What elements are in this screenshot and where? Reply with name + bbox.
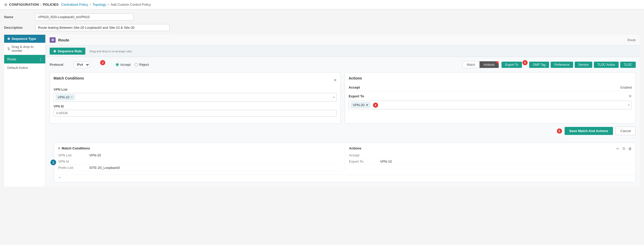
- breadcrumb-centralized-policy[interactable]: Centralized Policy: [61, 3, 88, 6]
- vpn-list-label: VPN List: [54, 88, 337, 91]
- topbar: ⚙ CONFIGURATION | POLICIES Centralized P…: [0, 0, 644, 9]
- seq-item-header: ≡ Match Conditions VPN List: VPN-20 VPN …: [54, 143, 635, 175]
- sequence-type-button[interactable]: ⊕ Sequence Type: [4, 35, 45, 43]
- delete-icon-button[interactable]: 🗑: [628, 146, 632, 151]
- route-sidebar-item[interactable]: Route ⋮: [4, 55, 45, 63]
- seq-export-to-label: Export To:: [349, 160, 380, 163]
- collapse-chevron[interactable]: ⌃: [58, 176, 61, 181]
- description-input[interactable]: [35, 24, 170, 31]
- cancel-button[interactable]: Cancel: [616, 127, 636, 135]
- omp-tag-button[interactable]: OMP Tag: [529, 62, 549, 68]
- rule-editor: Protocol IPv4 IPv6 2 Accept: [46, 57, 640, 186]
- seq-item-footer: ⌃: [54, 175, 635, 182]
- policies-label: POLICIES: [43, 3, 59, 6]
- seq-match-title: ≡ Match Conditions: [58, 146, 341, 150]
- save-match-actions-button[interactable]: Save Match And Actions: [565, 127, 613, 135]
- name-label: Name: [4, 15, 35, 19]
- actions-tab-label: Actions: [484, 63, 495, 67]
- sidebar: ⊕ Sequence Type ⇅ Drag & drop to reorder…: [4, 35, 46, 186]
- route-right-label: Route: [627, 38, 636, 42]
- badge-3: 3: [522, 60, 528, 65]
- vpn-id-input[interactable]: [54, 110, 337, 117]
- route-label: Route: [7, 57, 16, 61]
- match-conditions-panel: Match Conditions ✕ VPN List VPN-10: [50, 72, 341, 124]
- export-to-close-button[interactable]: ✕: [628, 94, 632, 99]
- service-button[interactable]: Service: [575, 62, 592, 68]
- content-header: ⊞ Route Route: [46, 35, 640, 46]
- seq-prefix-list-value: SITE-20_Loopback0: [89, 166, 120, 170]
- actions-tab[interactable]: Actions 1: [480, 61, 499, 68]
- drag-drop-reorder[interactable]: ⇅ Drag & drop to reorder: [4, 43, 45, 55]
- sequence-item-1: 1 ✏ ⧉ 🗑 ≡ Match Conditions: [54, 142, 636, 182]
- drag-drop-label: Drag & drop to reorder: [12, 45, 42, 53]
- seq-rule-hint: Drag and drop to re-arrange rules: [89, 50, 132, 53]
- plus-icon: ⊕: [7, 37, 10, 41]
- actions-panel: Actions Accept Enabled Export To ✕: [345, 72, 636, 124]
- save-bar: 5 Save Match And Actions Cancel: [50, 124, 636, 138]
- protocol-label: Protocol: [50, 63, 70, 67]
- seq-actions-col: Actions Accept Export To: VPN-10: [345, 146, 632, 171]
- seq-actions-title: Actions: [349, 146, 632, 150]
- vpn-list-input[interactable]: VPN-10 ✕ ▾: [54, 93, 337, 102]
- breadcrumb-sep1: >: [89, 3, 91, 6]
- pipe: |: [40, 3, 41, 6]
- seq-accept-row: Accept: [349, 152, 632, 158]
- arrows-icon: ⇅: [7, 47, 10, 51]
- vpn20-tag-row[interactable]: VPN-20 ✕ 4 ▾: [349, 101, 632, 109]
- vpn20-remove[interactable]: ✕: [366, 103, 369, 107]
- export-to-button[interactable]: Export To: [501, 62, 522, 68]
- reject-radio-option[interactable]: Reject: [135, 63, 149, 67]
- hamburger-icon: ≡: [58, 146, 60, 150]
- seq-vpn-list-value: VPN-20: [89, 153, 101, 157]
- reject-radio[interactable]: [135, 63, 138, 66]
- content-area: ⊞ Route Route ⊕ Sequence Rule Drag and d…: [46, 35, 640, 186]
- protocol-row: Protocol IPv4 IPv6 2 Accept: [50, 61, 636, 68]
- actions-panel-title: Actions: [349, 76, 632, 80]
- seq-item-actions: ✏ ⧉ 🗑: [616, 146, 632, 151]
- vpn20-tag: VPN-20 ✕: [351, 102, 370, 108]
- vpn10-tag-remove[interactable]: ✕: [71, 96, 73, 99]
- seq-vpn-id-row: VPN Id: [58, 158, 341, 165]
- vpn-id-label: VPN ID: [54, 105, 337, 108]
- breadcrumb-topology[interactable]: Topology: [93, 3, 106, 6]
- accept-radio-option[interactable]: Accept: [116, 63, 131, 67]
- match-close-button[interactable]: ✕: [333, 78, 337, 83]
- breadcrumb-sep2: >: [107, 3, 109, 6]
- seq-item-number: 1: [50, 160, 56, 165]
- vpn10-tag: VPN-10 ✕: [56, 95, 75, 100]
- name-input[interactable]: [35, 13, 133, 20]
- export-to-header: Export To ✕: [349, 94, 632, 99]
- policy-layout: ⊕ Sequence Type ⇅ Drag & drop to reorder…: [4, 35, 640, 186]
- ellipsis-icon[interactable]: ⋮: [39, 57, 42, 61]
- accept-reject-group: Accept Reject: [116, 63, 149, 67]
- tloc-button[interactable]: TLOC: [620, 62, 636, 68]
- description-label: Description: [4, 26, 35, 30]
- seq-accept-label: Accept: [349, 153, 380, 157]
- accept-action-label: Accept: [349, 85, 360, 89]
- breadcrumb-current: Add Custom Control Policy: [111, 3, 151, 6]
- name-group: Name: [4, 13, 640, 20]
- match-actions-tabs: Match Actions 1: [462, 61, 499, 68]
- route-type-icon: ⊞: [50, 37, 56, 43]
- reject-radio-label: Reject: [139, 63, 149, 67]
- default-action-label: Default Action: [7, 66, 28, 70]
- route-title: Route: [58, 38, 69, 42]
- export-to-title: Export To: [349, 94, 364, 98]
- protocol-select[interactable]: IPv4 IPv6: [73, 61, 90, 68]
- description-group: Description: [4, 24, 640, 31]
- accept-action-value: Enabled: [620, 86, 632, 89]
- tag-input-chevron: ▾: [333, 96, 334, 99]
- main-content: Name Description ⊕ Sequence Type ⇅ Drag …: [0, 9, 644, 191]
- seq-rule-bar: ⊕ Sequence Rule Drag and drop to re-arra…: [46, 46, 640, 57]
- tloc-action-button[interactable]: TLOC Action: [594, 62, 619, 68]
- accept-radio[interactable]: [116, 63, 119, 66]
- preference-button[interactable]: Preference: [551, 62, 573, 68]
- edit-icon-button[interactable]: ✏: [616, 146, 620, 151]
- seq-match-col: ≡ Match Conditions VPN List: VPN-20 VPN …: [58, 146, 341, 171]
- default-action-item[interactable]: Default Action: [4, 63, 45, 72]
- sequence-rule-button[interactable]: ⊕ Sequence Rule: [50, 48, 85, 55]
- badge-4: 4: [373, 103, 378, 108]
- vpn20-chevron: ▾: [628, 104, 630, 106]
- copy-icon-button[interactable]: ⧉: [622, 146, 626, 151]
- match-tab[interactable]: Match: [463, 61, 480, 68]
